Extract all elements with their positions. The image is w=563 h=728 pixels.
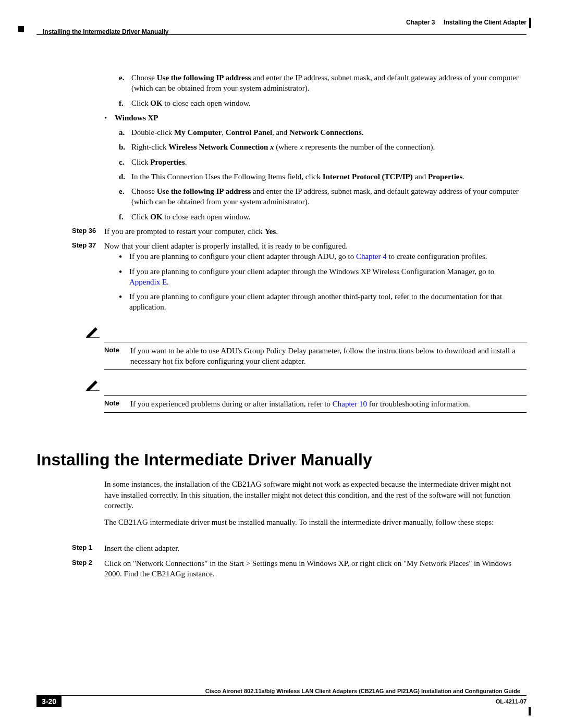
step-body: If you are prompted to restart your comp… <box>104 226 527 237</box>
xp-item-c: c. Click Properties. <box>119 157 527 167</box>
step-body: Insert the client adapter. <box>104 543 527 553</box>
list-item-e: e. Choose Use the following IP address a… <box>119 72 527 94</box>
step-body: Now that your client adapter is properly… <box>104 241 527 317</box>
note-text: If you want to be able to use ADU's Grou… <box>130 346 527 367</box>
link-appendix-e[interactable]: Appendix E <box>129 278 167 286</box>
xp-item-f: f. Click OK to close each open window. <box>119 212 527 222</box>
chapter-number: Chapter 3 <box>406 19 435 26</box>
step37-bullet-2: If you are planning to configure your cl… <box>119 266 527 288</box>
pencil-icon <box>86 326 527 341</box>
step-label: Step 2 <box>36 558 104 579</box>
step37-bullet-3: If you are planning to configure your cl… <box>119 291 527 313</box>
note-label: Note <box>104 399 130 409</box>
document-id: OL-4211-07 <box>496 698 527 705</box>
step37-bullet-1: If you are planning to configure your cl… <box>119 251 527 262</box>
pencil-icon <box>86 379 527 394</box>
page: Chapter 3 Installing the Client Adapter … <box>0 0 563 728</box>
xp-item-b: b. Right-click Wireless Network Connecti… <box>119 142 527 152</box>
list-item-f: f. Click OK to close each open window. <box>119 98 527 108</box>
page-footer: Cisco Aironet 802.11a/b/g Wireless LAN C… <box>36 688 527 707</box>
continued-list: e. Choose Use the following IP address a… <box>104 72 527 222</box>
step-36: Step 36 If you are prompted to restart y… <box>36 226 527 237</box>
intro-para-2: The CB21AG intermediate driver must be i… <box>104 517 527 527</box>
step-body: Click on "Network Connections" in the St… <box>104 558 527 579</box>
bullet-windows-xp: Windows XP <box>104 113 527 123</box>
intro-para-1: In some instances, the installation of t… <box>104 479 527 511</box>
xp-item-a: a. Double-click My Computer, Control Pan… <box>119 127 527 138</box>
section-heading: Installing the Intermediate Driver Manua… <box>36 450 527 470</box>
manual-step-1: Step 1 Insert the client adapter. <box>36 543 527 553</box>
page-header: Chapter 3 Installing the Client Adapter … <box>36 19 527 35</box>
xp-item-d: d. In the This Connection Uses the Follo… <box>119 171 527 182</box>
header-section: Installing the Intermediate Driver Manua… <box>43 28 168 35</box>
header-square-icon <box>18 26 24 32</box>
content: e. Choose Use the following IP address a… <box>36 35 527 579</box>
note-1: Note If you want to be able to use ADU's… <box>36 326 527 371</box>
note-text: If you experienced problems during or af… <box>130 399 527 409</box>
xp-item-e: e. Choose Use the following IP address a… <box>119 186 527 207</box>
note-label: Note <box>104 346 130 367</box>
header-chapter: Chapter 3 Installing the Client Adapter <box>406 19 527 26</box>
chapter-title: Installing the Client Adapter <box>444 19 527 26</box>
footer-rule: 3-20 OL-4211-07 <box>36 695 527 707</box>
step-label: Step 37 <box>36 241 104 317</box>
link-chapter-10[interactable]: Chapter 10 <box>333 400 367 408</box>
link-chapter-4[interactable]: Chapter 4 <box>356 252 387 261</box>
footer-guide-title: Cisco Aironet 802.11a/b/g Wireless LAN C… <box>36 688 527 694</box>
note-2: Note If you experienced problems during … <box>36 379 527 413</box>
page-number: 3-20 <box>36 696 62 707</box>
step-label: Step 36 <box>36 226 104 237</box>
footer-endcap-icon <box>529 707 531 715</box>
step-label: Step 1 <box>36 543 104 553</box>
step-37: Step 37 Now that your client adapter is … <box>36 241 527 317</box>
manual-step-2: Step 2 Click on "Network Connections" in… <box>36 558 527 579</box>
header-endcap-icon <box>529 18 531 28</box>
